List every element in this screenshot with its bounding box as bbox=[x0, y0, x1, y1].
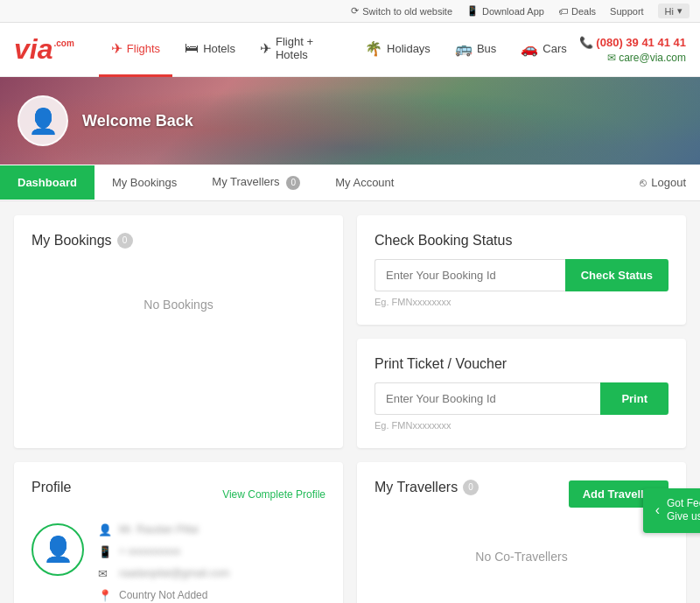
profile-avatar: 👤 bbox=[32, 523, 84, 576]
flight-hotels-icon: ✈ bbox=[260, 40, 271, 57]
logo-via: via bbox=[14, 33, 52, 66]
view-complete-profile-link[interactable]: View Complete Profile bbox=[222, 488, 326, 501]
profile-phone: + xxxxxxxxxx bbox=[119, 545, 180, 557]
mobile-icon: 📱 bbox=[98, 545, 112, 558]
my-travellers-card: My Travellers 0 Add Traveller No Co-Trav… bbox=[357, 462, 686, 604]
feedback-arrow-icon: ‹ bbox=[655, 502, 660, 518]
print-ticket-card: Print Ticket / Voucher Print Eg. FMNxxxx… bbox=[357, 339, 686, 448]
download-icon: 📱 bbox=[466, 5, 479, 17]
my-bookings-title: My Bookings 0 bbox=[32, 233, 326, 249]
top-bar: ⟳ Switch to old website 📱 Download App 🏷… bbox=[0, 0, 700, 23]
dashboard-tabs: Dashboard My Bookings My Travellers 0 My… bbox=[0, 165, 700, 201]
check-booking-input[interactable] bbox=[374, 259, 565, 291]
chevron-down-icon: ▾ bbox=[677, 5, 682, 17]
profile-title: Profile bbox=[32, 480, 71, 495]
feedback-text: Got FeedBack? Give us a rating bbox=[667, 497, 700, 524]
email-address: ✉ care@via.com bbox=[607, 52, 686, 64]
check-booking-eg: Eg. FMNxxxxxxxx bbox=[374, 297, 668, 307]
travellers-header: My Travellers 0 Add Traveller bbox=[374, 480, 668, 509]
print-ticket-input-row: Print bbox=[374, 382, 668, 415]
profile-details: 👤 Mr. Raudan Pillai 📱 + xxxxxxxxxx ✉ raa… bbox=[98, 523, 326, 604]
hero-banner: 👤 Welcome Back bbox=[0, 77, 700, 165]
right-column: Check Booking Status Check Status Eg. FM… bbox=[357, 215, 686, 448]
user-menu[interactable]: Hi ▾ bbox=[658, 4, 690, 18]
nav-bus[interactable]: 🚌 Bus bbox=[443, 23, 508, 77]
phone-number: 📞 (080) 39 41 41 41 bbox=[579, 36, 686, 49]
profile-name: Mr. Raudan Pillai bbox=[119, 523, 199, 536]
print-button[interactable]: Print bbox=[600, 382, 668, 415]
profile-country-row: 📍 Country Not Added bbox=[98, 589, 326, 602]
nav-flight-hotels[interactable]: ✈ Flight + Hotels bbox=[248, 23, 353, 77]
print-ticket-eg: Eg. FMNxxxxxxxx bbox=[374, 420, 668, 431]
my-bookings-card: My Bookings 0 No Bookings bbox=[14, 215, 343, 448]
holidays-icon: 🌴 bbox=[365, 40, 382, 57]
header: via .com ✈ Flights 🛏 Hotels ✈ Flight + H… bbox=[0, 23, 700, 77]
check-booking-title: Check Booking Status bbox=[374, 233, 668, 249]
download-app[interactable]: 📱 Download App bbox=[466, 5, 544, 17]
profile-content: 👤 👤 Mr. Raudan Pillai 📱 + xxxxxxxxxx ✉ r… bbox=[32, 523, 326, 604]
phone-icon: 📞 bbox=[579, 36, 593, 49]
profile-header: Profile View Complete Profile bbox=[32, 480, 326, 509]
no-bookings-text: No Bookings bbox=[32, 263, 326, 347]
travellers-tab-badge: 0 bbox=[286, 176, 300, 190]
cars-icon: 🚗 bbox=[521, 40, 538, 57]
person-icon: 👤 bbox=[98, 523, 112, 536]
nav-holidays[interactable]: 🌴 Holidays bbox=[353, 23, 443, 77]
profile-name-row: 👤 Mr. Raudan Pillai bbox=[98, 523, 326, 536]
header-contact: 📞 (080) 39 41 41 41 ✉ care@via.com bbox=[579, 36, 686, 64]
nav-hotels[interactable]: 🛏 Hotels bbox=[172, 23, 248, 77]
check-booking-card: Check Booking Status Check Status Eg. FM… bbox=[357, 215, 686, 325]
logo-com: .com bbox=[53, 39, 74, 48]
email-icon: ✉ bbox=[607, 52, 616, 64]
main-nav: ✈ Flights 🛏 Hotels ✈ Flight + Hotels 🌴 H… bbox=[99, 23, 579, 77]
welcome-text: Welcome Back bbox=[82, 112, 193, 130]
profile-email-row: ✉ raadanpilat@gmail.com bbox=[98, 567, 326, 580]
mail-icon: ✉ bbox=[98, 567, 112, 580]
no-travellers-text: No Co-Travellers bbox=[374, 523, 668, 590]
travellers-count-badge: 0 bbox=[463, 480, 479, 495]
travellers-title: My Travellers 0 bbox=[374, 480, 479, 495]
logo[interactable]: via .com bbox=[14, 33, 74, 66]
support[interactable]: Support bbox=[610, 6, 644, 17]
profile-phone-row: 📱 + xxxxxxxxxx bbox=[98, 545, 326, 558]
nav-flights[interactable]: ✈ Flights bbox=[99, 23, 172, 77]
tab-my-travellers[interactable]: My Travellers 0 bbox=[194, 165, 318, 200]
location-icon: 📍 bbox=[98, 589, 112, 602]
bookings-count-badge: 0 bbox=[117, 233, 133, 249]
profile-card: Profile View Complete Profile 👤 👤 Mr. Ra… bbox=[14, 462, 343, 604]
bus-icon: 🚌 bbox=[455, 40, 472, 57]
main-content: My Bookings 0 No Bookings Check Booking … bbox=[0, 201, 700, 604]
user-avatar: 👤 bbox=[18, 95, 68, 146]
switch-icon: ⟳ bbox=[351, 5, 359, 17]
flights-icon: ✈ bbox=[111, 40, 122, 57]
check-booking-input-row: Check Status bbox=[374, 259, 668, 291]
switch-old-website[interactable]: ⟳ Switch to old website bbox=[351, 5, 452, 17]
profile-country: Country Not Added bbox=[119, 589, 207, 601]
feedback-tab[interactable]: ‹ Got FeedBack? Give us a rating bbox=[643, 488, 700, 533]
deals[interactable]: 🏷 Deals bbox=[558, 6, 596, 17]
deals-icon: 🏷 bbox=[558, 6, 568, 17]
tab-my-account[interactable]: My Account bbox=[318, 165, 411, 200]
logout-icon: ⎋ bbox=[640, 176, 647, 189]
nav-cars[interactable]: 🚗 Cars bbox=[508, 23, 578, 77]
tab-dashboard[interactable]: Dashboard bbox=[0, 165, 94, 200]
profile-email: raadanpilat@gmail.com bbox=[119, 567, 229, 579]
print-ticket-input[interactable] bbox=[374, 382, 600, 415]
tab-my-bookings[interactable]: My Bookings bbox=[94, 165, 194, 200]
logout-button[interactable]: ⎋ Logout bbox=[626, 176, 700, 189]
print-ticket-title: Print Ticket / Voucher bbox=[374, 356, 668, 372]
check-status-button[interactable]: Check Status bbox=[565, 259, 668, 291]
hotels-icon: 🛏 bbox=[185, 40, 199, 56]
